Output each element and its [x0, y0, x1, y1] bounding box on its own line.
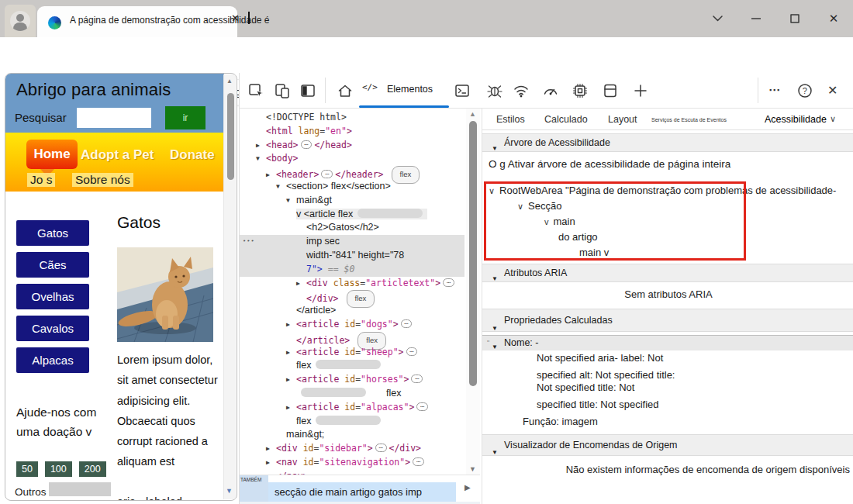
donation-amount-button[interactable]: 100: [45, 461, 72, 477]
dom-tree-row[interactable]: ▶<article id="horses">⋯: [240, 373, 464, 387]
scroll-thumb[interactable]: [469, 121, 477, 386]
donation-other-input[interactable]: [49, 482, 111, 496]
dom-tree-row[interactable]: ▶<nav id="sitenavigation">⋯: [240, 456, 464, 470]
dom-tree-row[interactable]: ▶<article id="alpacas">⋯: [240, 401, 464, 415]
dom-tree-row[interactable]: flex: [240, 359, 464, 373]
dom-tree-row[interactable]: ▶<div id="sidebar">⋯</div>: [240, 442, 464, 456]
elements-tree[interactable]: <!DOCTYPE html><html lang="en">▶<head>⋯<…: [240, 109, 464, 475]
dom-tree-row[interactable]: ▶<article id="sheep">⋯: [240, 346, 464, 360]
console-icon[interactable]: [454, 82, 471, 99]
dom-tree-row[interactable]: ▶<div class="articletext">⋯: [240, 277, 464, 291]
collapsed-content-icon[interactable]: ⋯: [443, 278, 454, 287]
more-tabs-plus-icon[interactable]: [632, 82, 649, 99]
nav-jobs[interactable]: Jo s: [27, 173, 55, 187]
a11y-tree-node[interactable]: ∨Secção: [517, 200, 561, 212]
dom-tree-row[interactable]: •••imp sec: [240, 235, 464, 249]
collapsed-content-icon[interactable]: ⋯: [301, 140, 313, 149]
scroll-down-icon[interactable]: ▼: [226, 487, 233, 495]
tab-layout[interactable]: Layout: [608, 114, 637, 125]
dom-tree-row[interactable]: <h2>Gatos</h2>: [240, 221, 464, 235]
tab-accessibility[interactable]: Acessibilidade: [765, 114, 827, 125]
issues-bug-icon[interactable]: [486, 82, 503, 99]
scroll-down-icon[interactable]: ▼: [469, 465, 476, 473]
a11y-tree-node[interactable]: do artigo: [558, 231, 598, 243]
application-storage-icon[interactable]: [602, 82, 619, 99]
donation-amount-button[interactable]: 50: [16, 461, 38, 477]
network-wifi-icon[interactable]: [513, 82, 530, 99]
profile-button[interactable]: [5, 5, 36, 37]
nav-adopt[interactable]: Adopt a Pet: [81, 147, 154, 163]
disclosure-triangle-icon[interactable]: ▶: [296, 277, 306, 291]
tab-close-icon[interactable]: ✕: [231, 12, 240, 24]
devtools-close-icon[interactable]: ✕: [827, 83, 837, 98]
scroll-up-icon[interactable]: ▲: [226, 78, 233, 85]
breadcrumb-path[interactable]: secção die main artigo gatos imp: [268, 482, 456, 502]
dom-tree-row[interactable]: <html lang="en">: [240, 125, 464, 139]
section-source-order[interactable]: ▼ Visualizador de Encomendas de Origem: [482, 434, 853, 456]
page-scrollbar[interactable]: ▲ ▼: [223, 74, 236, 499]
search-go-button[interactable]: ir: [165, 106, 205, 129]
help-icon[interactable]: ?: [796, 82, 813, 99]
nav-donate[interactable]: Donate: [170, 147, 215, 163]
dock-side-icon[interactable]: [299, 82, 316, 99]
disclosure-triangle-icon[interactable]: ▶: [286, 346, 296, 360]
elements-scrollbar[interactable]: ▲ ▼: [466, 109, 480, 475]
fullpage-a11y-toggle[interactable]: O g Ativar árvore de acessibilidade de p…: [489, 158, 730, 170]
disclosure-triangle-icon[interactable]: ▼: [276, 180, 286, 194]
tabs-chevron-icon[interactable]: ∨: [830, 114, 836, 124]
dom-tree-row[interactable]: ▼<body>: [240, 152, 464, 166]
inspect-element-icon[interactable]: [247, 82, 264, 99]
breadcrumb-next-icon[interactable]: ▶: [464, 483, 471, 492]
collapsed-content-icon[interactable]: ⋯: [411, 375, 423, 383]
section-accessibility-tree[interactable]: ▼ Árvore de Acessibilidade: [482, 133, 853, 152]
collapsed-content-icon[interactable]: ⋯: [406, 347, 418, 356]
tab-event-listeners[interactable]: Serviços de Escuta de Eventos: [651, 117, 727, 123]
dom-tree-row[interactable]: flex: [240, 387, 464, 401]
scroll-thumb[interactable]: [227, 93, 234, 180]
a11y-tree-node[interactable]: ∨RootWebArea "Página de demonstração com…: [489, 185, 836, 196]
minimize-button[interactable]: [737, 18, 775, 19]
section-aria-attributes[interactable]: ▼ Atributos ARIA: [482, 264, 853, 282]
collapsed-content-icon[interactable]: ⋯: [416, 402, 428, 411]
collapsed-content-icon[interactable]: ⋯: [413, 457, 424, 466]
chevron-icon[interactable]: v: [544, 217, 549, 226]
row-more-icon[interactable]: •••: [243, 235, 255, 249]
computed-line[interactable]: specified title: Not specified: [537, 399, 675, 411]
tab-elements[interactable]: </> Elementos: [359, 73, 449, 108]
disclosure-triangle-icon[interactable]: ▶: [286, 401, 296, 415]
dom-tree-row[interactable]: </article>flex: [240, 332, 464, 346]
section-computed-properties[interactable]: ▼ Propriedades Calculadas: [482, 309, 853, 332]
disclosure-triangle-icon[interactable]: ▶: [266, 442, 276, 456]
dom-tree-row[interactable]: 7"> == $0: [240, 263, 464, 277]
category-button[interactable]: Cães: [16, 252, 89, 278]
chevron-icon[interactable]: ∨: [517, 202, 523, 211]
dom-tree-row[interactable]: <!DOCTYPE html>: [240, 111, 464, 125]
dom-tree-row[interactable]: ▶<header>⋯</header>flex: [240, 166, 464, 180]
disclosure-triangle-icon[interactable]: ▼: [286, 194, 296, 208]
disclosure-triangle-icon[interactable]: ▶: [286, 318, 296, 332]
dom-tree-row[interactable]: </article>: [240, 304, 464, 318]
tab-styles[interactable]: Estilos: [496, 114, 525, 125]
collapsed-content-icon[interactable]: ⋯: [375, 444, 387, 452]
dom-tree-row[interactable]: flex: [240, 415, 464, 429]
dom-tree-row[interactable]: </div>flex: [240, 290, 464, 304]
device-emulation-icon[interactable]: [274, 82, 291, 99]
dom-tree-row[interactable]: ▶<article id="dogs">⋯: [240, 318, 464, 332]
disclosure-triangle-icon[interactable]: ▶: [286, 373, 296, 387]
dom-tree-row[interactable]: ▶<head>⋯</head>: [240, 139, 464, 153]
collapsed-content-icon[interactable]: ⋯: [321, 170, 333, 178]
computed-name-row[interactable]: ▼ Nome: - ": [482, 335, 853, 350]
scroll-up-icon[interactable]: ▲: [469, 110, 476, 118]
category-button[interactable]: Cavalos: [16, 316, 89, 341]
close-window-button[interactable]: ✕: [814, 12, 853, 26]
computed-line[interactable]: Not specified title: Not: [537, 381, 675, 394]
home-icon[interactable]: [337, 82, 354, 99]
nav-about[interactable]: Sobre nós: [72, 173, 133, 187]
computed-line[interactable]: specified alt: Not specified title:: [537, 369, 675, 381]
dom-tree-row[interactable]: main&gt;: [240, 428, 464, 442]
tab-search-chevron-icon[interactable]: [698, 16, 737, 22]
collapsed-content-icon[interactable]: ⋯: [401, 319, 413, 328]
disclosure-triangle-icon[interactable]: ▼: [256, 152, 266, 166]
disclosure-triangle-icon[interactable]: ▶: [266, 456, 276, 470]
site-search-input[interactable]: [77, 108, 151, 128]
